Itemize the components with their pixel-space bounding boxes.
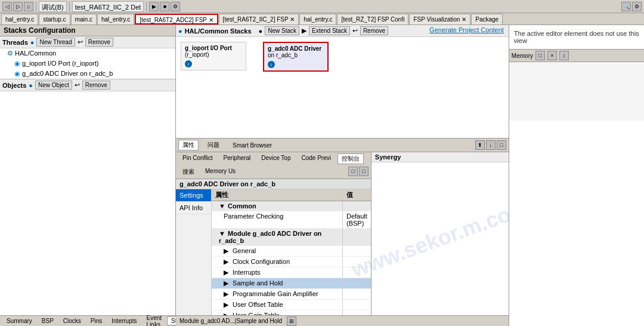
remove-stack-button[interactable]: Remove — [360, 26, 388, 35]
home-icon[interactable]: ⌂ — [24, 2, 33, 11]
api-info-tab[interactable]: API Info — [176, 202, 211, 214]
memory-icon1[interactable]: □ — [535, 51, 545, 60]
tab-fsp-iic2[interactable]: [test_RA6T2_IIC_2] FSP ✕ — [219, 14, 299, 24]
tab-main[interactable]: main.c — [71, 14, 97, 24]
tab-clocks[interactable]: Clocks — [59, 316, 85, 325]
tab-summary[interactable]: Summary — [2, 316, 36, 325]
remove-arrow3: ↩ — [352, 27, 358, 35]
memory-label: Memory — [512, 53, 533, 59]
general-val — [343, 246, 371, 256]
hal-icon: ⚙ — [7, 50, 13, 57]
prop-icon1[interactable]: ⬆ — [475, 140, 485, 150]
ioport-item[interactable]: ◉ g_ioport I/O Port (r_ioport) — [0, 59, 175, 69]
remove-object-button[interactable]: Remove — [82, 81, 110, 90]
tab-device-top[interactable]: Device Top — [257, 153, 295, 164]
prop-icon2[interactable]: ↓ — [486, 140, 496, 150]
tab-smart-browser[interactable]: Smart Browser — [228, 141, 276, 150]
tab-pins[interactable]: Pins — [86, 316, 106, 325]
settings-icon[interactable]: ⚙ — [171, 2, 180, 11]
search-icon[interactable]: 🔍 — [621, 2, 631, 11]
sample-hold-row[interactable]: ▶ Sample and Hold — [212, 278, 371, 289]
tab-package[interactable]: Package — [471, 14, 503, 24]
remove-arrow2: ↩ — [75, 81, 80, 89]
right-tabs-icons: □ □ — [348, 167, 369, 177]
property-main-row: Pin Conflict Peripheral Device Top Code … — [176, 152, 509, 315]
status-icon[interactable]: ⊞ — [287, 316, 296, 326]
project-label[interactable]: test_RA6T2_IIC_2 Det — [72, 1, 144, 12]
tab-fsp-adc2[interactable]: [test_RA6T2_ADC2] FSP ✕ — [135, 14, 218, 24]
threads-title: Threads — [2, 39, 28, 46]
adc-stack-subtitle: on r_adc_b — [268, 52, 324, 59]
hal-stacks-header-wrapper: ● HAL/Common Stacks ● New Stack ▶ Extend… — [176, 25, 509, 37]
watermark: www.sekor.m.com — [348, 195, 509, 282]
status-text: Module g_adc0 AD...|Sample and Hold — [179, 318, 282, 324]
ioport-stack-box[interactable]: g_ioport I/O Port (r_ioport) i — [181, 42, 246, 70]
pga-row[interactable]: ▶ Programmable Gain Amplifier — [212, 289, 371, 300]
memory-panel: Memory □ × ↕ — [509, 49, 644, 121]
stacks-canvas: g_ioport I/O Port (r_ioport) i g_adc0 AD… — [176, 37, 509, 138]
hal-common-group[interactable]: ⚙ HAL/Common — [0, 48, 175, 59]
sample-hold-val — [343, 278, 371, 288]
attr-header: 属性 — [212, 189, 343, 201]
param-check-row[interactable]: Parameter Checking Default (BSP) — [212, 211, 371, 229]
rt-icon2[interactable]: □ — [359, 167, 369, 176]
property-title: g_adc0 ADC Driver on r_adc_b — [179, 180, 275, 187]
tab-code-previ[interactable]: Code Previ — [297, 153, 335, 164]
general-row[interactable]: ▶ General — [212, 246, 371, 257]
bottom-nav-tabs: Summary BSP Clocks Pins Interrupts Event… — [0, 315, 175, 326]
user-offset-row[interactable]: ▶ User Offset Table — [212, 300, 371, 310]
tab-console[interactable]: 控制台 — [338, 153, 364, 164]
synergy-panel: Synergy www.sekor.m.com — [371, 152, 509, 315]
tab-startup[interactable]: startup.c — [39, 14, 70, 24]
memory-icon2[interactable]: × — [547, 51, 557, 60]
tab-search[interactable]: 搜索 — [178, 167, 199, 177]
gear-icon[interactable]: ⚙ — [632, 2, 642, 11]
memory-icon3[interactable]: ↕ — [559, 51, 569, 60]
clock-config-row[interactable]: ▶ Clock Configuration — [212, 257, 371, 267]
new-stack-button[interactable]: New Stack — [265, 26, 299, 35]
module-section-row[interactable]: ▼ Module g_adc0 ADC Driver on r_adc_b — [212, 229, 371, 246]
tab-hal-entry-3[interactable]: hal_entry.c — [299, 14, 336, 24]
tab-fsp-visualization[interactable]: FSP Visualization ✕ — [409, 14, 470, 24]
new-object-button[interactable]: New Object — [35, 81, 72, 90]
common-section-row[interactable]: ▼ Common — [212, 201, 371, 211]
tab-interrupts[interactable]: Interrupts — [107, 316, 141, 325]
expand-icon4: ▶ — [224, 258, 231, 266]
generate-btn[interactable]: Generate Project Content — [429, 26, 504, 33]
tab-hal-entry-1[interactable]: hal_entry.c — [1, 14, 38, 24]
back-icon[interactable]: ◁ — [2, 2, 12, 11]
adc-stack-box[interactable]: g_adc0 ADC Driver on r_adc_b i — [263, 42, 329, 72]
tab-bsp[interactable]: BSP — [38, 316, 58, 325]
run-icon[interactable]: ▶ — [149, 2, 159, 11]
left-panel: Stacks Configuration Threads ● New Threa… — [0, 25, 176, 326]
main-area: Stacks Configuration Threads ● New Threa… — [0, 25, 644, 326]
remove-thread-button[interactable]: Remove — [85, 38, 113, 47]
extend-stack-button[interactable]: Extend Stack — [309, 26, 350, 35]
prop-icon3[interactable]: □ — [497, 140, 506, 150]
adc-icon: ◉ — [14, 70, 20, 77]
tab-memory-us[interactable]: Memory Us — [201, 167, 240, 177]
tab-pin-conflict[interactable]: Pin Conflict — [178, 153, 217, 164]
pga-val — [343, 289, 371, 299]
interrupts-row[interactable]: ▶ Interrupts — [212, 267, 371, 278]
module-val — [343, 229, 371, 245]
forward-icon[interactable]: ▷ — [13, 2, 23, 11]
tab-peripheral[interactable]: Peripheral — [219, 153, 255, 164]
expand-icon8: ▶ — [224, 301, 231, 309]
settings-tab[interactable]: Settings — [176, 189, 211, 202]
clock-attr: ▶ Clock Configuration — [212, 257, 343, 267]
user-gain-row[interactable]: ▶ User Gain Table — [212, 310, 371, 315]
debug-label[interactable]: 调试(B) — [39, 1, 67, 12]
interrupts-attr: ▶ Interrupts — [212, 267, 343, 278]
new-thread-button[interactable]: New Thread — [36, 38, 75, 47]
stop-icon[interactable]: ■ — [160, 2, 169, 11]
status-bar: Module g_adc0 AD...|Sample and Hold ⊞ — [176, 315, 509, 326]
tab-event-links[interactable]: Event Links — [143, 313, 166, 327]
tab-hal-entry-2[interactable]: hal_entry.c — [97, 14, 134, 24]
threads-section: Threads ● New Thread ↩ Remove ⚙ HAL/Comm… — [0, 36, 175, 79]
rt-icon1[interactable]: □ — [348, 167, 358, 176]
adc-item[interactable]: ◉ g_adc0 ADC Driver on r_adc_b — [0, 69, 175, 79]
tab-properties[interactable]: 属性 — [178, 140, 199, 150]
tab-issues[interactable]: 问题 — [203, 140, 224, 150]
tab-fsp-rzt2[interactable]: [test_RZ_T2] FSP Confi — [337, 14, 408, 24]
